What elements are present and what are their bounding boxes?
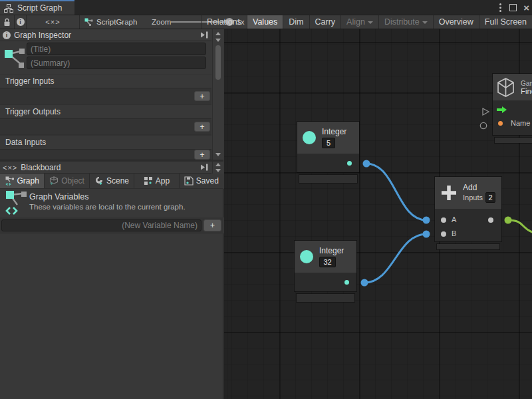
values-button[interactable]: Values [247,15,283,29]
graph-variables-icon [5,190,28,215]
output-port[interactable] [347,161,352,166]
tab-app[interactable]: App [134,174,179,188]
wire-endpoint[interactable] [363,160,370,168]
new-variable-input[interactable] [1,219,201,231]
node-add[interactable]: Add Inputs 2 A B [435,177,501,241]
full-screen-button[interactable]: Full Screen [479,15,532,29]
data-inputs-list [0,149,211,160]
node-header: Integer 5 [297,122,359,154]
overview-button[interactable]: Overview [433,15,479,29]
node-header: GameObject Find [493,74,532,100]
wire-int5-to-a[interactable] [366,164,426,220]
inspector-scrollbar[interactable] [212,29,223,160]
node-title: Add [463,183,495,192]
graph-variables-title: Graph Variables [29,192,88,201]
scroll-up-icon[interactable] [214,162,222,168]
trigger-inputs-label: Trigger Inputs [0,74,211,88]
blackboard-scrollbar[interactable] [212,162,223,174]
graph-canvas[interactable]: Integer 5 Integer 32 [224,29,532,399]
scroll-down-icon[interactable] [214,152,222,158]
integer-value-input[interactable]: 32 [319,257,336,267]
output-port[interactable] [344,280,349,285]
integer-type-icon [300,250,313,263]
output-port[interactable] [488,217,493,223]
chevron-down-icon [368,21,373,24]
node-body: A B [435,209,501,241]
add-trigger-input-button[interactable]: + [194,91,210,101]
tab-graph[interactable]: Graph [0,174,45,188]
blackboard-tabs: Graph Object Scene [0,174,223,189]
graph-toolbar: i <×> ScriptGraph Zoom 1x Relations Valu… [0,15,532,29]
scroll-down-icon[interactable] [214,168,222,174]
dim-button[interactable]: Dim [283,15,309,29]
input-port-a[interactable] [441,217,446,223]
dock-icon[interactable] [200,164,209,171]
input-port-name[interactable] [498,121,503,126]
dock-icon[interactable] [200,31,209,39]
trigger-indicator-icon [483,108,489,115]
tab-saved[interactable]: Saved [180,174,223,188]
info-icon: i [3,31,11,39]
scroll-up-icon[interactable] [214,31,222,37]
wire-endpoint[interactable] [361,279,368,287]
tab-script-graph[interactable]: Script Graph [0,0,74,15]
scrollbar-thumb[interactable] [215,45,221,80]
node-shadow [299,175,357,183]
distribute-button: Distribute [378,15,433,29]
graph-inspector-title: Graph Inspector [14,31,197,40]
align-button: Align [340,15,378,29]
breadcrumb[interactable]: ScriptGraph [84,15,137,29]
tab-title: Script Graph [17,3,62,13]
node-title: Find [521,87,532,95]
blackboard-title: Blackboard [21,163,197,172]
wire-endpoint[interactable] [423,231,430,238]
value-indicator-icon [480,122,486,128]
scroll-down-icon[interactable] [214,37,222,43]
node-gameobject-find[interactable]: GameObject Find Name [493,74,532,135]
object-cube-icon [49,176,59,186]
variables-icon: <×> [3,164,17,172]
node-title: Integer [322,127,346,136]
wire-int32-to-b[interactable] [364,234,426,283]
inputs-count-input[interactable]: 2 [485,192,495,203]
breadcrumb-label: ScriptGraph [96,18,137,26]
add-data-input-button[interactable]: + [194,150,210,160]
graph-variables-icon [5,176,15,186]
close-icon[interactable]: × [523,3,529,13]
trigger-outputs-list [0,118,211,135]
node-integer-5[interactable]: Integer 5 [297,122,359,172]
carry-button[interactable]: Carry [309,15,341,29]
add-trigger-output-button[interactable]: + [194,122,210,132]
graph-variables-subtitle: These variables are local to the current… [29,203,186,211]
graph-title-input[interactable] [27,43,206,55]
integer-value-input[interactable]: 5 [322,138,335,148]
data-inputs-label: Data Inputs [0,135,211,149]
node-body [295,273,356,291]
wire-add-output[interactable] [508,220,532,233]
node-shadow [437,244,499,249]
wire-endpoint[interactable] [423,217,430,224]
graph-hierarchy-icon [4,4,13,13]
relations-button[interactable]: Relations [201,15,247,29]
wire-endpoint[interactable] [505,217,512,224]
info-button[interactable]: i [15,15,27,29]
node-integer-32[interactable]: Integer 32 [295,241,356,291]
port-label-a: A [452,215,456,223]
new-variable-row: + [0,217,223,233]
lock-button[interactable] [0,15,15,29]
node-shadow [495,138,532,143]
tab-scene[interactable]: Scene [90,174,134,188]
graph-summary-input[interactable] [27,57,206,69]
node-surtitle: GameObject [521,80,532,87]
maximize-icon[interactable] [509,4,517,11]
add-icon [440,184,458,201]
side-panel: i Graph Inspector Trigger Inputs + Trigg… [0,29,223,399]
node-header: Integer 32 [295,241,356,273]
window-menu-icon[interactable] [498,2,503,13]
add-variable-button[interactable]: + [203,219,221,231]
port-label-b: B [452,229,456,237]
variables-toggle-button[interactable]: <×> [27,15,80,29]
script-graph-icon [84,18,93,27]
trigger-input-port[interactable] [497,106,507,113]
input-port-b[interactable] [441,231,446,237]
